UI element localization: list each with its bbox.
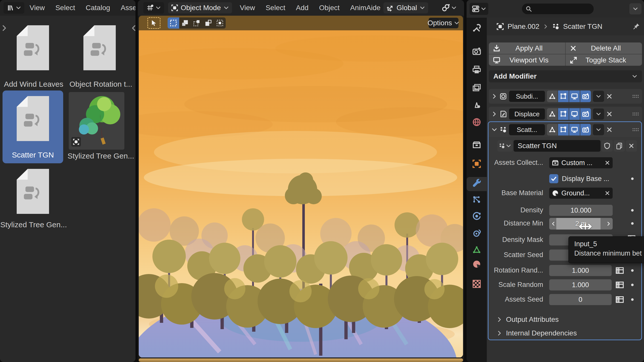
tab-modifiers[interactable] (472, 178, 481, 187)
select-mode-intersect[interactable] (214, 17, 226, 29)
breadcrumb-object[interactable]: Plane.002 (508, 22, 539, 31)
display-base-checkbox[interactable] (549, 174, 558, 183)
node-group-name-field[interactable]: Scatter TGN (514, 140, 601, 152)
animate-dot[interactable] (631, 209, 634, 212)
region-expand-arrow[interactable] (1, 24, 8, 32)
vertex-group-toggle[interactable] (547, 108, 558, 120)
drag-handle-icon[interactable] (632, 126, 639, 133)
x-icon[interactable] (605, 190, 610, 196)
tab-texture[interactable] (472, 279, 481, 288)
vertex-group-toggle[interactable] (547, 124, 558, 135)
animate-dot[interactable] (631, 298, 634, 301)
add-modifier-dropdown[interactable]: Add Modifier (489, 70, 642, 82)
attribute-toggle-icon[interactable] (615, 280, 624, 289)
tab-object-data[interactable] (472, 245, 481, 254)
vp-menu-view[interactable]: View (235, 4, 260, 12)
tab-constraints[interactable] (472, 229, 481, 238)
attribute-toggle-icon[interactable] (615, 266, 624, 275)
vp-menu-object[interactable]: Object (314, 4, 345, 12)
mode-dropdown[interactable]: Object Mode (168, 2, 232, 13)
editor-type-button[interactable] (143, 2, 164, 14)
slider-left-arrow[interactable] (551, 221, 556, 226)
slider-right-arrow[interactable] (606, 221, 611, 226)
assets-collection-field[interactable]: Custom ... (549, 157, 613, 168)
options-dropdown[interactable]: Options (429, 18, 458, 28)
tab-world[interactable] (472, 118, 481, 127)
vp-menu-select[interactable]: Select (260, 4, 291, 12)
tab-tool[interactable] (472, 23, 481, 32)
edit-mode-toggle[interactable] (558, 108, 569, 120)
close-icon[interactable] (606, 126, 613, 133)
scale-random-field[interactable]: 1.000 (549, 279, 612, 290)
select-mode-extend[interactable] (179, 17, 191, 29)
vp-menu-add[interactable]: Add (291, 4, 314, 12)
extras-dropdown[interactable] (593, 91, 604, 102)
extras-dropdown[interactable] (593, 108, 604, 120)
animate-dot[interactable] (631, 177, 634, 180)
tab-scene[interactable] (472, 100, 481, 109)
properties-search-field[interactable] (522, 4, 594, 14)
tab-output[interactable] (472, 65, 481, 74)
tweak-tool-button[interactable] (147, 17, 160, 29)
x-icon[interactable] (605, 160, 610, 166)
tab-particles[interactable] (472, 195, 481, 204)
pin-icon[interactable] (632, 23, 640, 30)
editor-type-button[interactable] (4, 2, 24, 14)
select-mode-subtract[interactable] (191, 17, 202, 29)
select-mode-set[interactable] (168, 17, 179, 29)
assets-seed-field[interactable]: 0 (549, 294, 612, 305)
edit-mode-toggle[interactable] (558, 91, 569, 102)
asset-menu-asset[interactable]: Asset (116, 4, 135, 12)
render-toggle[interactable] (580, 91, 591, 102)
tab-collection[interactable] (472, 140, 481, 149)
toggle-stack-button[interactable]: Toggle Stack (566, 54, 642, 66)
realtime-toggle[interactable] (569, 124, 580, 135)
expand-chevron-icon[interactable] (491, 93, 497, 99)
modifier-name-field[interactable]: Scatt... (509, 124, 545, 135)
output-attributes-panel[interactable]: Output Attributes (489, 314, 642, 325)
modifier-name-field[interactable]: Displace (509, 108, 545, 120)
base-material-field[interactable]: Ground... (549, 188, 613, 199)
render-toggle[interactable] (580, 108, 591, 120)
animate-dot[interactable] (631, 222, 634, 225)
render-toggle[interactable] (580, 124, 591, 135)
header-options-button[interactable] (629, 3, 641, 14)
tab-object[interactable] (472, 159, 481, 168)
density-field[interactable]: 10.000 (549, 205, 613, 216)
editor-type-button[interactable] (470, 3, 488, 15)
close-icon[interactable] (606, 93, 613, 100)
modifier-panel-subdivision[interactable]: Subdi... (489, 89, 642, 104)
attribute-toggle-icon[interactable] (615, 295, 624, 304)
realtime-toggle[interactable] (569, 91, 580, 102)
asset-menu-select[interactable]: Select (50, 4, 80, 12)
extras-dropdown[interactable] (593, 124, 604, 135)
tab-physics[interactable] (472, 212, 481, 221)
tab-view-layer[interactable] (472, 83, 481, 93)
region-collapse-arrow[interactable] (130, 24, 137, 32)
viewport-vis-button[interactable]: Viewport Vis (489, 54, 565, 66)
drag-handle-icon[interactable] (632, 93, 639, 100)
apply-all-button[interactable]: Apply All (489, 42, 565, 54)
realtime-toggle[interactable] (569, 108, 580, 120)
animate-dot[interactable] (631, 269, 634, 272)
animate-dot[interactable] (631, 284, 634, 286)
asset-menu-catalog[interactable]: Catalog (80, 4, 116, 12)
distance-min-slider[interactable]: 2 m (549, 218, 613, 230)
fake-user-button[interactable] (602, 140, 613, 152)
modifier-panel-displace[interactable]: Displace (489, 107, 642, 121)
modifier-name-field[interactable]: Subdi... (509, 91, 545, 102)
breadcrumb-modifier[interactable]: Scatter TGN (563, 22, 602, 31)
collapse-chevron-icon[interactable] (491, 127, 497, 133)
tab-render[interactable] (472, 47, 481, 56)
node-group-browse-button[interactable] (497, 140, 513, 152)
vertex-group-toggle[interactable] (547, 91, 558, 102)
close-icon[interactable] (606, 111, 613, 117)
snapping-dropdown[interactable] (440, 2, 458, 13)
drag-handle-icon[interactable] (632, 110, 639, 118)
viewport-canvas[interactable] (139, 16, 463, 357)
expand-chevron-icon[interactable] (491, 111, 497, 117)
rotation-random-field[interactable]: 1.000 (549, 265, 612, 276)
modifier-panel-scatter-header[interactable]: Scatt... (489, 122, 642, 137)
select-mode-invert[interactable] (202, 17, 214, 29)
internal-dependencies-panel[interactable]: Internal Dependencies (489, 328, 642, 338)
